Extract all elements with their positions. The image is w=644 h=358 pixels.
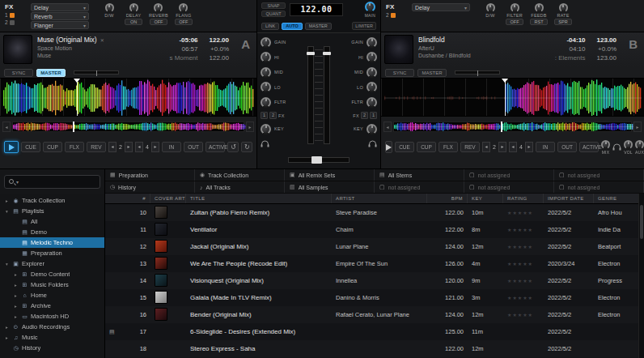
fx-unit-1-selector[interactable]: 1 (5, 12, 26, 18)
column-header-import-date[interactable]: IMPORT DATE (544, 194, 594, 203)
column-header-title[interactable]: TITLE (186, 194, 332, 203)
sidebar-item-audio-recordings[interactable]: ▸⊙Audio Recordings (0, 322, 104, 332)
loop-active-button[interactable]: ACTIVE (205, 142, 225, 152)
loop-out-button[interactable]: OUT (184, 142, 203, 152)
eq-hi-knob[interactable] (366, 52, 377, 62)
eq-mid-knob[interactable] (261, 67, 271, 78)
favorite-slot[interactable]: ♪All Tracks (195, 181, 285, 193)
favorite-slot[interactable]: ▣All Remix Sets (285, 169, 375, 181)
expand-arrow-icon[interactable]: ▸ (4, 198, 10, 203)
sidebar-item-melodic-techno[interactable]: ▤Melodic Techno (0, 237, 104, 248)
fx-rst-button[interactable]: RST (530, 19, 548, 25)
column-header-genre[interactable]: GENRE (594, 194, 644, 203)
delay-knob[interactable] (129, 3, 138, 12)
favorite-slot[interactable]: ▦Preparation (105, 169, 195, 181)
snap-button[interactable]: SNAP (261, 2, 286, 9)
search-input[interactable]: ▾ (4, 175, 100, 189)
expand-arrow-icon[interactable]: ▸ (13, 304, 19, 309)
table-row[interactable]: 16Bender (Original Mix)Rafael Cerato, Lu… (105, 306, 644, 323)
main-volume-knob[interactable] (365, 2, 375, 12)
fx-unit-2-selector[interactable]: 2 (386, 12, 407, 18)
jump-back-icon[interactable]: ◂ (509, 142, 517, 152)
column-header-key[interactable]: KEY (468, 194, 503, 203)
expand-arrow-icon[interactable]: ▸ (4, 335, 10, 340)
deck-a-waveform[interactable] (3, 79, 254, 117)
fx-slot-select[interactable]: Flanger▾ (31, 21, 89, 29)
link-button[interactable]: LINK (261, 23, 279, 30)
volume-fader-b[interactable] (324, 46, 330, 144)
expand-arrow-icon[interactable]: ▸ (13, 314, 19, 319)
jump-fwd-icon[interactable]: ▸ (498, 142, 506, 152)
play-button[interactable] (4, 141, 19, 153)
flux-button[interactable]: FLX (439, 142, 458, 152)
favorite-slot[interactable]: ▤All Stems (375, 169, 464, 181)
fx-on-button[interactable]: ON (125, 19, 142, 25)
master-bpm-display[interactable]: 122.00 (290, 3, 343, 16)
feedb-knob[interactable] (535, 3, 544, 12)
favorite-slot[interactable]: ◷History (105, 181, 195, 193)
jump-back-icon[interactable]: ◂ (482, 142, 490, 152)
mix-knob[interactable] (601, 140, 610, 149)
limiter-badge[interactable]: LIMITER (352, 22, 376, 30)
fader-handle[interactable] (307, 52, 315, 55)
master-clock-button[interactable]: MASTER (305, 23, 332, 30)
table-row[interactable]: 11VentilatorChaim122.008m★★★★★2022/5/2In… (105, 221, 644, 238)
sidebar-item-music[interactable]: ▸♫Music (0, 332, 104, 343)
favorite-slot[interactable]: ▢not assigned (554, 169, 644, 181)
deck-b-stripe[interactable] (394, 122, 633, 131)
loop-active-button[interactable]: ACTIVE (579, 142, 599, 152)
sidebar-item-track-collection[interactable]: ▸◉Track Collection (0, 195, 104, 206)
sidebar-item-home[interactable]: ▸⌂Home (0, 290, 104, 300)
expand-arrow-icon[interactable]: ▸ (4, 325, 10, 330)
vol-knob[interactable] (624, 140, 633, 149)
gain-knob[interactable] (366, 37, 377, 48)
sync-button[interactable]: SYNC (385, 69, 414, 77)
filter-knob[interactable] (511, 3, 519, 12)
table-row[interactable]: 13We Are The People (Recode Edit)Empire … (105, 255, 644, 272)
fx-assign-2-button[interactable]: 2 (269, 112, 277, 119)
fx-slot-select[interactable]: Reverb▾ (31, 12, 89, 20)
fx-slot-select[interactable]: Delay▾ (31, 3, 89, 11)
table-row[interactable]: 15Galala (Made In TLV Remix)Danino & Mor… (105, 289, 644, 306)
scrollbar-thumb[interactable] (640, 205, 643, 239)
sidebar-item-all[interactable]: ▤All (0, 216, 104, 227)
table-row[interactable]: 10Zultan (Pablo Fierro Remix)Steve Parad… (105, 204, 644, 221)
table-row[interactable]: ▤176-Sideglide - Desires (Extended Mix)1… (105, 323, 644, 340)
column-header-bpm[interactable]: BPM (427, 194, 468, 203)
sync-button[interactable]: SYNC (4, 69, 33, 77)
reverse-button[interactable]: REV (87, 142, 106, 152)
favorite-slot[interactable]: ▥All Samples (285, 181, 375, 193)
cue-button[interactable]: CUE (21, 142, 40, 152)
reverse-button[interactable]: REV (460, 142, 480, 152)
fx-off-button[interactable]: OFF (175, 19, 193, 25)
cup-button[interactable]: CUP (417, 142, 436, 152)
master-button[interactable]: MASTER (417, 69, 447, 77)
dw-knob[interactable] (486, 3, 495, 12)
gain-knob[interactable] (261, 37, 271, 48)
flux-button[interactable]: FLX (65, 142, 84, 152)
cue-button[interactable]: CUE (395, 142, 414, 152)
headphone-icon[interactable] (612, 143, 621, 151)
favorite-slot[interactable]: ▢not assigned (464, 181, 554, 193)
cup-button[interactable]: CUP (43, 142, 62, 152)
fx-unit-2-selector[interactable]: 2 (5, 19, 26, 25)
eq-hi-knob[interactable] (261, 52, 271, 62)
loop-in-button[interactable]: IN (162, 142, 181, 152)
redo-icon[interactable]: ↻ (241, 142, 252, 152)
dw-knob[interactable] (105, 3, 114, 12)
table-row[interactable]: 12Jackal (Original Mix)Lunar Plane124.00… (105, 238, 644, 255)
table-row[interactable]: 18Stereo Express - Saha122.0012m2022/5/2 (105, 340, 644, 357)
undo-icon[interactable]: ↺ (227, 142, 239, 152)
eq-lo-knob[interactable] (366, 82, 377, 92)
fx-spr-button[interactable]: SPR (554, 19, 572, 25)
column-header-cover-art[interactable]: COVER ART (150, 194, 186, 203)
table-row[interactable]: 14Visionquest (Original Mix)Innellea120.… (105, 272, 644, 289)
sidebar-item-preparation[interactable]: ▦Preparation (0, 248, 104, 258)
favorite-slot[interactable]: ◉Track Collection (195, 169, 285, 181)
column-header-#[interactable]: # (105, 194, 150, 203)
chevron-down-icon[interactable]: ▾ (16, 179, 19, 185)
filter-knob[interactable] (366, 97, 377, 108)
loop-in-button[interactable]: IN (536, 142, 555, 152)
favorite-slot[interactable]: ▢not assigned (375, 181, 464, 193)
headphone-cue-icon[interactable] (261, 140, 269, 147)
